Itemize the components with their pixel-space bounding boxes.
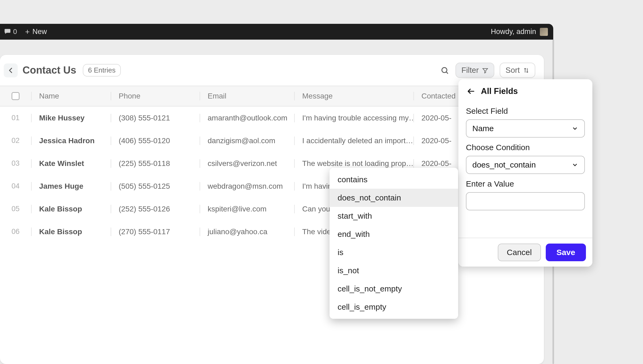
new-button[interactable]: + New: [22, 27, 50, 36]
condition-dropdown-menu: containsdoes_not_containstart_withend_wi…: [330, 168, 458, 319]
save-button[interactable]: Save: [546, 244, 586, 261]
filter-panel: All Fields Select Field Name Choose Cond…: [458, 79, 592, 267]
condition-option[interactable]: start_with: [330, 207, 458, 225]
cancel-button[interactable]: Cancel: [498, 244, 541, 261]
choose-condition-label: Choose Condition: [466, 143, 585, 152]
condition-option[interactable]: is: [330, 243, 458, 261]
field-select[interactable]: Name: [466, 119, 585, 138]
new-label: New: [32, 28, 47, 36]
comments-link[interactable]: 0: [1, 28, 20, 36]
condition-option[interactable]: cell_is_empty: [330, 298, 458, 316]
field-select-value: Name: [472, 124, 494, 133]
filter-value-input[interactable]: [466, 192, 585, 210]
avatar[interactable]: [540, 28, 548, 36]
comment-icon: [4, 28, 11, 36]
condition-option[interactable]: does_not_contain: [330, 189, 458, 207]
condition-option[interactable]: contains: [330, 170, 458, 189]
condition-option[interactable]: end_with: [330, 225, 458, 243]
howdy-text[interactable]: Howdy, admin: [491, 28, 536, 36]
enter-value-label: Enter a Value: [466, 179, 585, 188]
wp-admin-bar: 0 + New Howdy, admin: [0, 24, 553, 40]
condition-option[interactable]: is_not: [330, 261, 458, 280]
select-field-label: Select Field: [466, 107, 585, 116]
filter-panel-title: All Fields: [481, 86, 518, 96]
comment-count: 0: [13, 28, 17, 36]
chevron-down-icon: [571, 125, 578, 132]
condition-option[interactable]: cell_is_not_empty: [330, 280, 458, 298]
filter-panel-back-button[interactable]: [466, 86, 476, 96]
condition-select[interactable]: does_not_contain: [466, 156, 585, 174]
plus-icon: +: [25, 27, 30, 36]
condition-select-value: does_not_contain: [472, 160, 536, 169]
chevron-down-icon: [571, 161, 578, 168]
